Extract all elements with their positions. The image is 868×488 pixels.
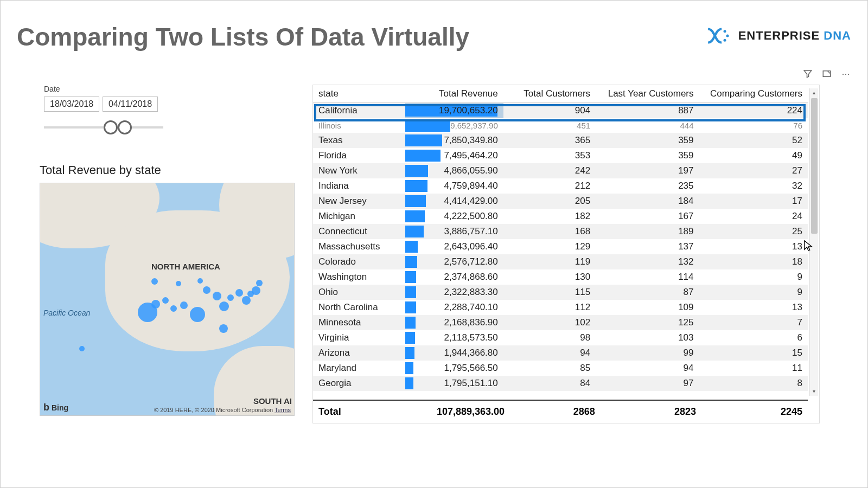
table-row[interactable]: Virginia2,118,573.50981036	[313, 330, 808, 345]
table-row[interactable]: Massachusetts2,643,096.4012913713	[313, 239, 808, 254]
table-row[interactable]: Colorado2,576,712.8011913218	[313, 254, 808, 269]
cell-last-year-customers: 83	[596, 391, 699, 391]
cell-comparing-customers: 24	[699, 209, 808, 224]
table-row[interactable]: Connecticut3,886,757.1016818925	[313, 224, 808, 239]
state-metrics-table[interactable]: state Total Revenue Total Customers Last…	[312, 85, 820, 423]
col-comparing-customers[interactable]: Comparing Customers	[699, 85, 808, 103]
cell-state: Virginia	[313, 330, 405, 345]
cell-comparing-customers: 15	[699, 345, 808, 361]
cell-last-year-customers: 87	[596, 285, 699, 300]
table-row[interactable]: Ohio2,322,883.30115879	[313, 285, 808, 300]
table-row[interactable]: Minnesota2,168,836.901021257	[313, 315, 808, 330]
slider-thumb-start[interactable]	[104, 120, 118, 134]
cell-last-year-customers: 167	[596, 209, 699, 224]
date-end-input[interactable]: 04/11/2018	[103, 97, 158, 112]
cell-last-year-customers: 197	[596, 163, 699, 178]
col-last-year-customers[interactable]: Last Year Customers	[596, 85, 699, 103]
cell-total-revenue: 2,322,883.30	[405, 285, 503, 300]
table-header-row[interactable]: state Total Revenue Total Customers Last…	[313, 85, 808, 103]
svg-rect-3	[823, 71, 831, 77]
scroll-thumb[interactable]	[811, 98, 818, 234]
table-row[interactable]: Michigan4,222,500.8018216724	[313, 209, 808, 224]
table-row[interactable]: North Carolina2,288,740.1011210913	[313, 300, 808, 315]
cell-last-year-customers: 444	[596, 118, 699, 133]
cell-total-customers: 112	[503, 300, 596, 315]
col-state[interactable]: state	[313, 85, 405, 103]
scroll-up-arrow[interactable]: ▴	[810, 88, 818, 97]
vertical-scrollbar[interactable]: ▴ ▾	[809, 88, 818, 396]
col-total-customers[interactable]: Total Customers	[503, 85, 596, 103]
cell-last-year-customers: 359	[596, 133, 699, 148]
focus-mode-icon[interactable]	[821, 68, 832, 79]
totals-lyc: 2823	[595, 406, 696, 418]
cell-total-customers: 451	[503, 118, 596, 133]
table-row[interactable]: Texas7,850,349.8036535952	[313, 133, 808, 148]
cell-last-year-customers: 94	[596, 361, 699, 376]
cell-comparing-customers: 7	[699, 315, 808, 330]
map-label-pacific: Pacific Ocean	[43, 309, 90, 317]
cell-total-customers: 904	[503, 103, 596, 119]
cell-comparing-customers: 27	[699, 163, 808, 178]
slider-thumb-end[interactable]	[118, 120, 132, 134]
cell-total-revenue: 9,652,937.90	[405, 118, 503, 133]
cell-total-revenue: 19,700,653.20	[405, 103, 503, 119]
cell-comparing-customers: 76	[699, 118, 808, 133]
cell-total-customers: 242	[503, 163, 596, 178]
cell-last-year-customers: 109	[596, 300, 699, 315]
cell-last-year-customers: 887	[596, 103, 699, 119]
table-row[interactable]: Indiana4,759,894.4021223532	[313, 178, 808, 194]
cell-comparing-customers: 32	[699, 178, 808, 194]
cell-state: New York	[313, 163, 405, 178]
cell-comparing-customers: 7	[699, 391, 808, 391]
svg-point-1	[726, 35, 729, 37]
map-title: Total Revenue by state	[40, 163, 295, 177]
cell-total-customers: 84	[503, 376, 596, 391]
totals-row: Total 107,889,363.00 2868 2823 2245	[313, 400, 808, 423]
filter-icon[interactable]	[802, 68, 813, 79]
map-credits: © 2019 HERE, © 2020 Microsoft Corporatio…	[154, 407, 291, 413]
col-total-revenue[interactable]: Total Revenue	[405, 85, 503, 103]
cell-total-customers: 212	[503, 178, 596, 194]
cell-total-revenue: 4,759,894.40	[405, 178, 503, 194]
map-terms-link[interactable]: Terms	[275, 407, 291, 413]
totals-rev: 107,889,363.00	[409, 406, 505, 418]
scroll-down-arrow[interactable]: ▾	[810, 387, 818, 396]
cell-state: New Jersey	[313, 194, 405, 209]
more-options-icon[interactable]: ···	[840, 68, 851, 79]
table-row[interactable]: New York4,866,055.9024219727	[313, 163, 808, 178]
cell-state: Oregon	[313, 391, 405, 391]
page-title: Comparing Two Lists Of Data Virtually	[17, 22, 469, 52]
table-row[interactable]: Maryland1,795,566.50859411	[313, 361, 808, 376]
totals-tc: 2868	[505, 406, 595, 418]
totals-label: Total	[318, 406, 409, 418]
cell-state: Minnesota	[313, 315, 405, 330]
brand-text-b: DNA	[820, 29, 851, 42]
totals-cc: 2245	[696, 406, 802, 418]
cell-total-revenue: 1,944,366.80	[405, 345, 503, 361]
cell-last-year-customers: 103	[596, 330, 699, 345]
brand-logo: ENTERPRISE DNA	[706, 25, 851, 47]
cell-total-revenue: 2,118,573.50	[405, 330, 503, 345]
svg-point-2	[723, 39, 726, 42]
cell-state: North Carolina	[313, 300, 405, 315]
date-range-slider[interactable]	[44, 119, 163, 136]
cell-state: Indiana	[313, 178, 405, 194]
cell-comparing-customers: 17	[699, 194, 808, 209]
table-row[interactable]: Washington2,374,868.601301149	[313, 269, 808, 285]
cell-state: Michigan	[313, 209, 405, 224]
table-row[interactable]: Arizona1,944,366.80949915	[313, 345, 808, 361]
cell-total-revenue: 1,795,566.50	[405, 361, 503, 376]
table-row[interactable]: Oregon1,612,221.0082837	[313, 391, 808, 391]
map-visual[interactable]: NORTH AMERICA SOUTH AI Pacific Ocean b B…	[40, 183, 295, 416]
table-row[interactable]: California19,700,653.20904887224	[313, 103, 808, 119]
cell-total-customers: 94	[503, 345, 596, 361]
date-start-input[interactable]: 18/03/2018	[44, 97, 99, 112]
cell-total-revenue: 2,168,836.90	[405, 315, 503, 330]
table-row[interactable]: Georgia1,795,151.1084978	[313, 376, 808, 391]
cell-total-revenue: 2,576,712.80	[405, 254, 503, 269]
cell-total-revenue: 2,374,868.60	[405, 269, 503, 285]
table-row[interactable]: Florida7,495,464.2035335949	[313, 148, 808, 163]
bing-logo: b Bing	[43, 402, 68, 413]
table-row[interactable]: New Jersey4,414,429.0020518417	[313, 194, 808, 209]
table-row[interactable]: Illinois9,652,937.9045144476	[313, 118, 808, 133]
